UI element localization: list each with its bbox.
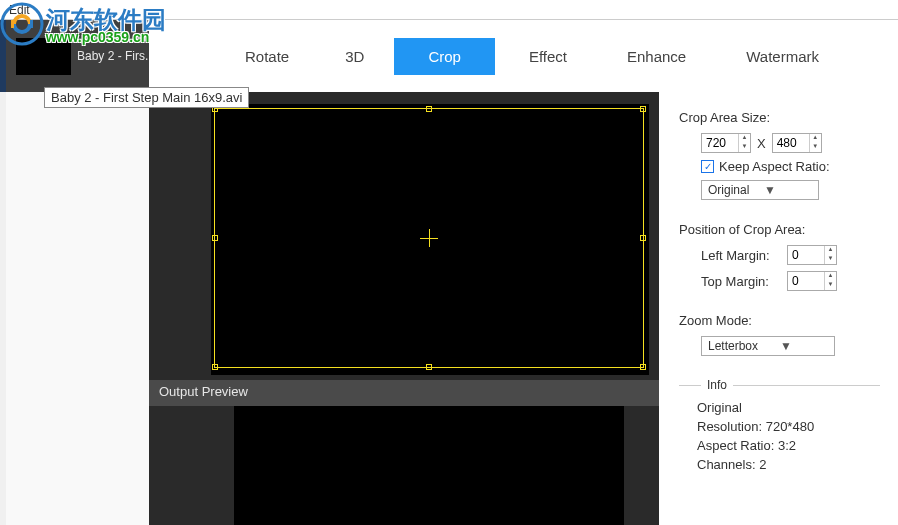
crop-height-input[interactable]: ▲ ▼: [772, 133, 822, 153]
crop-rectangle[interactable]: [214, 108, 644, 368]
crop-height-down[interactable]: ▼: [810, 143, 821, 152]
info-aspect: Aspect Ratio: 3:2: [697, 438, 880, 453]
left-margin-field[interactable]: [788, 246, 824, 264]
info-label: Info: [701, 378, 733, 392]
info-resolution: Resolution: 720*480: [697, 419, 880, 434]
output-preview-label: Output Preview: [149, 380, 659, 406]
left-margin-input[interactable]: ▲ ▼: [787, 245, 837, 265]
position-title: Position of Crop Area:: [679, 222, 880, 237]
tab-crop[interactable]: Crop: [394, 38, 495, 75]
menu-edit[interactable]: Edit: [4, 3, 35, 17]
crop-height-field[interactable]: [773, 134, 809, 152]
menu-bar: Edit: [0, 0, 898, 20]
crop-handle-ml[interactable]: [212, 235, 218, 241]
keep-aspect-label: Keep Aspect Ratio:: [719, 159, 830, 174]
crop-width-field[interactable]: [702, 134, 738, 152]
info-original: Original: [697, 400, 880, 415]
tab-watermark[interactable]: Watermark: [720, 38, 845, 75]
crop-height-up[interactable]: ▲: [810, 134, 821, 143]
tab-3d[interactable]: 3D: [323, 38, 386, 75]
info-divider: Info: [679, 378, 880, 392]
zoom-mode-select[interactable]: Letterbox ▼: [701, 336, 835, 356]
left-margin-down[interactable]: ▼: [825, 255, 836, 264]
filename-tooltip: Baby 2 - First Step Main 16x9.avi: [44, 87, 249, 108]
crop-center-marker[interactable]: [420, 229, 438, 247]
top-margin-label: Top Margin:: [701, 274, 781, 289]
zoom-mode-title: Zoom Mode:: [679, 313, 880, 328]
tab-rotate[interactable]: Rotate: [219, 38, 315, 75]
zoom-mode-value: Letterbox: [708, 339, 774, 353]
crop-handle-tm[interactable]: [426, 106, 432, 112]
crop-handle-mr[interactable]: [640, 235, 646, 241]
video-thumbnail-label: Baby 2 - Firs...: [77, 49, 149, 63]
top-margin-up[interactable]: ▲: [825, 272, 836, 281]
keep-aspect-checkbox[interactable]: ✓: [701, 160, 714, 173]
crop-width-input[interactable]: ▲ ▼: [701, 133, 751, 153]
video-thumbnail[interactable]: [16, 38, 71, 75]
tabs-row: Rotate 3D Crop Effect Enhance Watermark: [149, 20, 898, 92]
sidebar-below: [6, 92, 149, 525]
top-margin-field[interactable]: [788, 272, 824, 290]
top-margin-down[interactable]: ▼: [825, 281, 836, 290]
tab-effect[interactable]: Effect: [503, 38, 593, 75]
crop-handle-br[interactable]: [640, 364, 646, 370]
dimension-separator: X: [757, 136, 766, 151]
crop-handle-bm[interactable]: [426, 364, 432, 370]
output-video-canvas: [234, 406, 624, 525]
crop-area-size-title: Crop Area Size:: [679, 110, 880, 125]
tab-enhance[interactable]: Enhance: [601, 38, 712, 75]
crop-width-up[interactable]: ▲: [739, 134, 750, 143]
aspect-ratio-select[interactable]: Original ▼: [701, 180, 819, 200]
aspect-ratio-value: Original: [708, 183, 758, 197]
chevron-down-icon: ▼: [764, 183, 814, 197]
top-margin-input[interactable]: ▲ ▼: [787, 271, 837, 291]
crop-width-down[interactable]: ▼: [739, 143, 750, 152]
preview-area: Output Preview: [149, 92, 659, 525]
left-margin-up[interactable]: ▲: [825, 246, 836, 255]
left-margin-label: Left Margin:: [701, 248, 781, 263]
info-channels: Channels: 2: [697, 457, 880, 472]
chevron-down-icon: ▼: [780, 339, 830, 353]
sidebar: Baby 2 - Firs... Baby 2 - First Step Mai…: [6, 20, 149, 92]
settings-panel: Crop Area Size: ▲ ▼ X: [659, 92, 898, 525]
crop-handle-bl[interactable]: [212, 364, 218, 370]
crop-handle-tr[interactable]: [640, 106, 646, 112]
